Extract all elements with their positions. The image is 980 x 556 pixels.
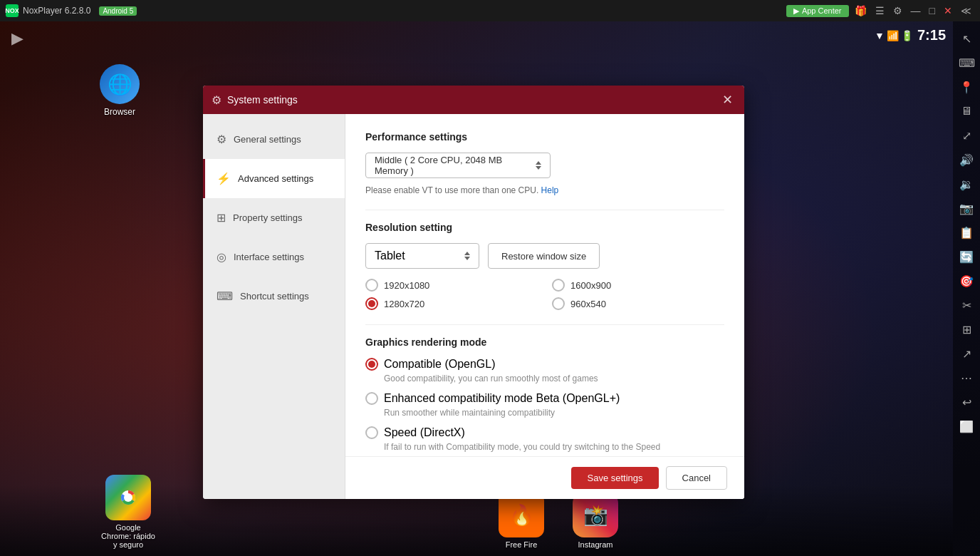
nav-item-interface[interactable]: ◎ Interface settings xyxy=(203,237,345,277)
status-icons: ▼ 📶 🔋 xyxy=(875,30,913,41)
app-name: NoxPlayer 6.2.8.0 xyxy=(23,6,90,16)
performance-value: Middle ( 2 Core CPU, 2048 MB Memory ) xyxy=(375,155,536,176)
radio-1920-outer xyxy=(365,279,378,292)
modal-settings-icon: ⚙ xyxy=(212,93,221,107)
resolution-1280[interactable]: 1280x720 xyxy=(365,297,538,310)
resolution-arrow-icon xyxy=(464,252,470,260)
modal-title: System settings xyxy=(227,94,714,105)
sidebar-icon-keyboard[interactable]: ⌨ xyxy=(956,53,976,73)
sidebar-icon-volume-down[interactable]: 🔉 xyxy=(956,174,976,194)
resolution-960-label: 960x540 xyxy=(570,299,606,309)
graphics-directx-row[interactable]: Speed (DirectX) xyxy=(365,426,724,439)
sidebar-icon-camera[interactable]: 📷 xyxy=(956,198,976,218)
sidebar-icon-fps[interactable]: 🎯 xyxy=(956,271,976,291)
sidebar-icon-home[interactable]: ⬜ xyxy=(956,416,976,436)
graphics-opengl-radio-inner xyxy=(368,361,375,368)
graphics-openglplus-radio xyxy=(365,392,378,405)
restore-window-size-button[interactable]: Restore window size xyxy=(488,243,600,269)
radio-1280-inner xyxy=(368,300,375,307)
graphics-opengl-label: Compatible (OpenGL) xyxy=(384,358,496,371)
titlebar-menu-icon[interactable]: ☰ xyxy=(872,5,887,16)
cancel-button[interactable]: Cancel xyxy=(666,466,727,490)
nav-item-shortcut[interactable]: ⌨ Shortcut settings xyxy=(203,277,345,316)
chrome-label: Google Chrome: rápido y seguro xyxy=(100,523,157,549)
graphics-directx-radio xyxy=(365,426,378,439)
graphics-section-title: Graphics rendering mode xyxy=(365,336,724,348)
resolution-dropdown[interactable]: Tablet xyxy=(365,243,479,269)
modal-close-button[interactable]: ✕ xyxy=(719,89,736,110)
arrow-down-icon xyxy=(536,166,541,170)
app-center-play-icon: ▶ xyxy=(793,6,799,16)
chrome-icon xyxy=(105,475,151,520)
resolution-1600[interactable]: 1600x900 xyxy=(552,279,724,292)
system-settings-modal: ⚙ System settings ✕ ⚙ General settings ⚡… xyxy=(203,86,744,499)
shortcut-settings-icon: ⌨ xyxy=(217,289,233,303)
bottom-app-freefire[interactable]: 🔥 Free Fire xyxy=(499,492,544,549)
performance-dropdown[interactable]: Middle ( 2 Core CPU, 2048 MB Memory ) xyxy=(365,153,551,178)
sidebar-icon-location[interactable]: 📍 xyxy=(956,77,976,97)
resolution-1920[interactable]: 1920x1080 xyxy=(365,279,538,292)
titlebar-minimize-button[interactable]: — xyxy=(908,5,924,16)
sidebar-icon-cursor[interactable]: ↖ xyxy=(956,29,976,48)
freefire-label: Free Fire xyxy=(506,540,538,549)
sidebar-icon-clipboard[interactable]: 📋 xyxy=(956,222,976,242)
sidebar-icon-grid[interactable]: ⊞ xyxy=(956,319,976,339)
performance-help-text: Please enable VT to use more than one CP… xyxy=(365,185,724,195)
titlebar-back-icon[interactable]: ≪ xyxy=(958,5,974,16)
app-center-label: App Center xyxy=(802,6,842,15)
browser-desktop-icon[interactable]: 🌐 Browser xyxy=(100,64,140,117)
titlebar-right: ▶ App Center 🎁 ☰ ⚙ — □ ✕ ≪ xyxy=(786,5,980,17)
graphics-directx-label: Speed (DirectX) xyxy=(384,426,465,439)
titlebar-close-button[interactable]: ✕ xyxy=(941,5,955,16)
signal-icon: 📶 xyxy=(887,30,899,41)
save-settings-button[interactable]: Save settings xyxy=(571,467,658,489)
dropdown-arrow-icon xyxy=(536,161,541,170)
nav-item-advanced[interactable]: ⚡ Advanced settings xyxy=(203,159,345,198)
interface-settings-icon: ◎ xyxy=(217,250,226,264)
sidebar-icon-rotate[interactable]: 🔄 xyxy=(956,247,976,267)
resolution-1280-label: 1280x720 xyxy=(384,299,424,309)
modal-footer: Save settings Cancel xyxy=(345,456,744,499)
help-link[interactable]: Help xyxy=(541,185,559,195)
nav-item-property[interactable]: ⊞ Property settings xyxy=(203,198,345,237)
modal-body: ⚙ General settings ⚡ Advanced settings ⊞… xyxy=(203,114,744,499)
titlebar: NOX NoxPlayer 6.2.8.0 Android 5 ▶ App Ce… xyxy=(0,0,980,21)
sidebar-icon-volume-up[interactable]: 🔊 xyxy=(956,150,976,170)
modal-content: Performance settings Middle ( 2 Core CPU… xyxy=(345,114,744,499)
graphics-opengl-row[interactable]: Compatible (OpenGL) xyxy=(365,358,724,371)
resolution-960[interactable]: 960x540 xyxy=(552,297,724,310)
titlebar-maximize-button[interactable]: □ xyxy=(927,5,938,16)
nav-item-general[interactable]: ⚙ General settings xyxy=(203,120,345,159)
resolution-row: Tablet Restore window size xyxy=(365,243,724,269)
bottom-app-instagram[interactable]: 📸 Instagram xyxy=(573,492,618,549)
svg-point-1 xyxy=(124,493,132,502)
general-settings-icon: ⚙ xyxy=(217,133,226,146)
titlebar-settings-icon[interactable]: ⚙ xyxy=(890,5,905,16)
status-time: 7:15 xyxy=(917,27,946,43)
divider-1 xyxy=(365,210,724,210)
sidebar-icon-arrow[interactable]: ↗ xyxy=(956,344,976,364)
graphics-openglplus-row[interactable]: Enhanced compatibility mode Beta (OpenGL… xyxy=(365,392,724,405)
arrow-up-icon xyxy=(536,161,541,165)
app-center-button[interactable]: ▶ App Center xyxy=(786,5,849,17)
sidebar-icon-display[interactable]: 🖥 xyxy=(956,101,976,121)
radio-1280-outer xyxy=(365,297,378,310)
bottom-app-chrome[interactable]: Google Chrome: rápido y seguro xyxy=(100,475,157,549)
sidebar-icon-resize[interactable]: ⤢ xyxy=(956,125,976,145)
sidebar-icon-back[interactable]: ↩ xyxy=(956,392,976,412)
graphics-directx-desc: If fail to run with Compatibility mode, … xyxy=(384,442,724,452)
sidebar-icon-more[interactable]: ⋯ xyxy=(956,368,976,388)
divider-2 xyxy=(365,324,724,325)
graphics-openglplus-desc: Run smoother while maintaining compatibi… xyxy=(384,408,724,418)
radio-960-outer xyxy=(552,297,565,310)
advanced-settings-icon: ⚡ xyxy=(217,172,231,185)
graphics-option-directx: Speed (DirectX) If fail to run with Comp… xyxy=(365,426,724,452)
nav-item-advanced-label: Advanced settings xyxy=(238,173,313,184)
graphics-openglplus-label: Enhanced compatibility mode Beta (OpenGL… xyxy=(384,392,620,405)
wifi-icon: ▼ xyxy=(875,30,885,41)
nox-logo-icon: NOX xyxy=(6,4,19,17)
sidebar-icon-scissors[interactable]: ✂ xyxy=(956,295,976,315)
titlebar-gift-icon[interactable]: 🎁 xyxy=(852,5,870,16)
resolution-radio-grid: 1920x1080 1600x900 1280x720 xyxy=(365,279,724,310)
play-button[interactable]: ▶ xyxy=(6,27,28,50)
